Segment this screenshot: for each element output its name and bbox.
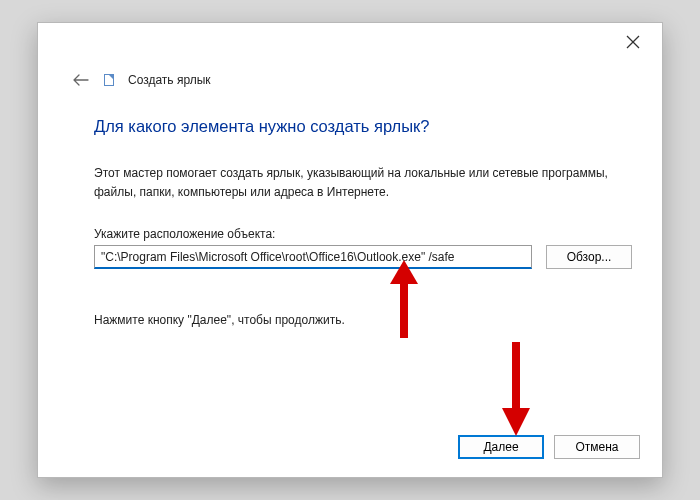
cancel-button[interactable]: Отмена [554, 435, 640, 459]
dialog-footer: Далее Отмена [458, 435, 640, 459]
annotation-arrow-icon [496, 342, 536, 436]
back-button[interactable] [72, 71, 90, 89]
back-arrow-icon [73, 74, 89, 86]
close-button[interactable] [626, 35, 644, 53]
create-shortcut-dialog: Создать ярлык Для какого элемента нужно … [37, 22, 663, 478]
browse-button[interactable]: Обзор... [546, 245, 632, 269]
dialog-header: Создать ярлык [72, 71, 211, 89]
dialog-title: Создать ярлык [128, 73, 211, 87]
location-row: Обзор... [94, 245, 632, 269]
dialog-content: Для какого элемента нужно создать ярлык?… [94, 117, 632, 327]
shortcut-icon [104, 74, 114, 86]
location-input[interactable] [94, 245, 532, 269]
continue-hint: Нажмите кнопку "Далее", чтобы продолжить… [94, 313, 632, 327]
heading: Для какого элемента нужно создать ярлык? [94, 117, 632, 136]
description-text: Этот мастер помогает создать ярлык, указ… [94, 164, 632, 201]
location-label: Укажите расположение объекта: [94, 227, 632, 241]
close-icon [626, 35, 640, 49]
next-button[interactable]: Далее [458, 435, 544, 459]
